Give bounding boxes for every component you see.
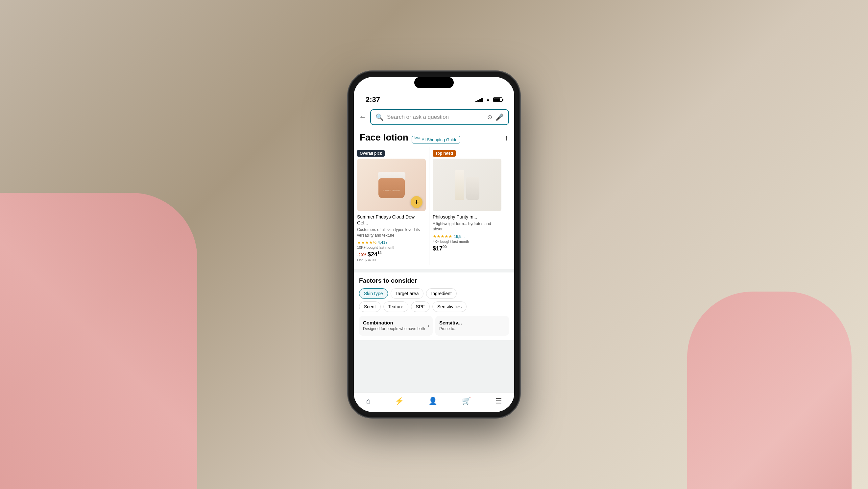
combination-panel[interactable]: Combination Designed for people who have…	[359, 316, 433, 336]
review-count-2: 16,9...	[454, 234, 465, 239]
chip-ingredient[interactable]: Ingredient	[426, 288, 456, 299]
factors-section: Factors to consider Skin type Target are…	[354, 272, 514, 340]
price-cents-2: 00	[442, 245, 446, 249]
sensitive-panel[interactable]: Sensitiv... Prone to...	[435, 316, 509, 336]
phone-wrapper: 2:37 ▲ ← 🔍	[348, 72, 520, 417]
dynamic-island	[414, 77, 454, 88]
search-bar[interactable]: 🔍 Search or ask a question ⊙ 🎤	[370, 109, 509, 125]
chip-scent[interactable]: Scent	[359, 301, 381, 312]
price-list-1: List: $34.00	[357, 258, 426, 262]
ai-guide-badge[interactable]: beta AI Shopping Guide	[412, 136, 461, 143]
factors-title: Factors to consider	[359, 277, 509, 284]
product-desc-2: A lightweight form... hydrates and absor…	[433, 221, 501, 232]
combination-desc: Designed for people who have both	[363, 326, 429, 332]
search-bar-row: ← 🔍 Search or ask a question ⊙ 🎤	[354, 107, 514, 128]
price-cents-1: 14	[377, 251, 381, 255]
factors-chips-row: Skin type Target area Ingredient	[359, 288, 509, 299]
page-title: Face lotion	[360, 132, 408, 143]
phone-screen: 2:37 ▲ ← 🔍	[354, 77, 514, 412]
microphone-icon[interactable]: 🎤	[495, 113, 504, 121]
nav-cart[interactable]: 🛒	[462, 397, 471, 405]
factors-chips-row-2: Scent Texture SPF Sensitivities	[359, 301, 509, 312]
product-card-1[interactable]: Overall pick SUMMER FRIDAYS + Summer Fri…	[354, 147, 429, 265]
bought-text-2: 4K+ bought last month	[433, 239, 501, 243]
hand-left	[0, 193, 197, 489]
overall-pick-badge: Overall pick	[357, 150, 385, 156]
chip-texture[interactable]: Texture	[383, 301, 408, 312]
price-row-1: -29% $2414	[357, 251, 426, 258]
camera-icon[interactable]: ⊙	[487, 114, 492, 121]
profile-icon: 👤	[428, 397, 437, 405]
stars-1: ★★★★½	[357, 240, 376, 245]
page-title-row: Face lotion beta AI Shopping Guide	[360, 132, 460, 143]
battery-icon	[493, 97, 502, 102]
review-count-1: 4,417	[378, 240, 388, 245]
ai-guide-text: AI Shopping Guide	[422, 137, 457, 142]
nav-activity[interactable]: ⚡	[395, 397, 404, 405]
share-button[interactable]: ↑	[505, 134, 508, 142]
cart-icon: 🛒	[462, 397, 471, 405]
stars-2: ★★★★★	[433, 234, 453, 239]
product-card-2[interactable]: Top rated Philosophy Purity m... A light…	[429, 147, 505, 265]
cream-jar-illustration: SUMMER FRIDAYS	[378, 172, 405, 198]
search-input[interactable]: Search or ask a question	[387, 114, 484, 120]
combination-title: Combination	[363, 320, 429, 325]
bottles-illustration	[455, 170, 479, 200]
wifi-icon: ▲	[485, 97, 491, 103]
bought-text-1: 10K+ bought last month	[357, 246, 426, 250]
phone-frame: 2:37 ▲ ← 🔍	[348, 72, 520, 417]
sensitive-title: Sensitiv...	[439, 320, 505, 325]
price-main-2: $1700	[433, 245, 446, 252]
hand-right	[687, 292, 851, 489]
chip-skin-type[interactable]: Skin type	[359, 288, 388, 299]
stars-row-2: ★★★★★ 16,9...	[433, 234, 501, 239]
product-desc-1: Customers of all skin types loved its ve…	[357, 227, 426, 238]
price-row-2: $1700	[433, 245, 501, 252]
panel-arrow-icon: ›	[427, 322, 429, 329]
chip-spf[interactable]: SPF	[411, 301, 430, 312]
home-icon: ⌂	[366, 397, 370, 405]
add-to-cart-button-1[interactable]: +	[411, 196, 423, 208]
product-name-2: Philosophy Purity m...	[433, 214, 501, 220]
product-image-1: SUMMER FRIDAYS +	[357, 159, 426, 211]
stars-row-1: ★★★★½ 4,417	[357, 240, 426, 245]
price-main-1: $2414	[368, 251, 381, 258]
product-image-2	[433, 159, 501, 211]
signal-icon	[475, 97, 483, 102]
page-header: Face lotion beta AI Shopping Guide ↑	[354, 128, 514, 147]
status-icons: ▲	[475, 97, 502, 103]
nav-menu[interactable]: ☰	[495, 397, 502, 405]
chip-sensitivities[interactable]: Sensitivities	[432, 301, 467, 312]
back-button[interactable]: ←	[359, 113, 366, 121]
beta-badge: beta	[414, 136, 421, 139]
bottom-nav: ⌂ ⚡ 👤 🛒 ☰	[354, 393, 514, 412]
price-discount-1: -29%	[357, 253, 366, 257]
status-bar: 2:37 ▲	[354, 91, 514, 107]
chip-target-area[interactable]: Target area	[391, 288, 424, 299]
menu-icon: ☰	[495, 397, 502, 405]
product-name-1: Summer Fridays Cloud Dew Gel...	[357, 214, 426, 226]
status-time: 2:37	[366, 95, 380, 104]
nav-home[interactable]: ⌂	[366, 397, 370, 405]
search-icon: 🔍	[375, 113, 384, 121]
activity-icon: ⚡	[395, 397, 404, 405]
sensitive-desc: Prone to...	[439, 326, 505, 332]
products-section: Overall pick SUMMER FRIDAYS + Summer Fri…	[354, 147, 514, 269]
nav-profile[interactable]: 👤	[428, 397, 437, 405]
content-area: Face lotion beta AI Shopping Guide ↑ Ove…	[354, 128, 514, 393]
top-rated-badge: Top rated	[433, 150, 456, 156]
skin-panel-row: Combination Designed for people who have…	[359, 316, 509, 336]
